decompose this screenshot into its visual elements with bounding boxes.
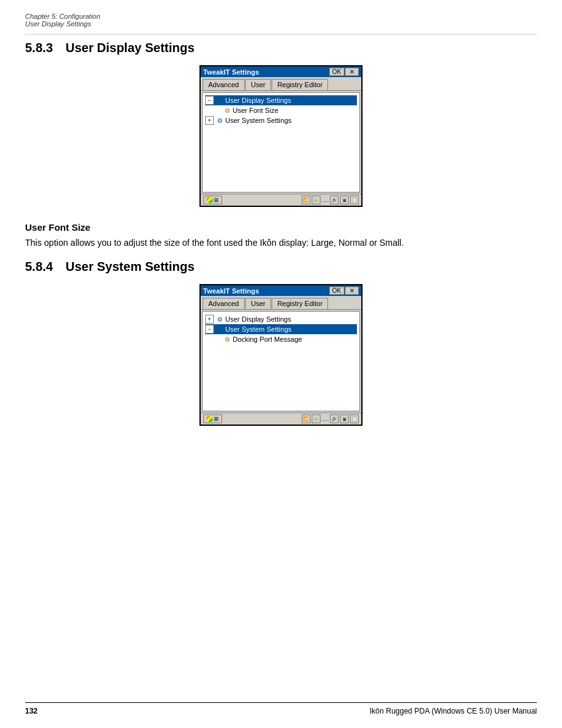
- dialog2-titlebar-buttons: OK ✕: [329, 287, 359, 295]
- systray-network-2: 📶: [302, 414, 310, 423]
- start-icon-2: [206, 416, 213, 422]
- dialog2-titlebar: TweakIT Settings OK ✕: [201, 285, 361, 296]
- dialog1-close-button[interactable]: ✕: [345, 68, 359, 76]
- systray-sync-1: 🖥: [340, 196, 349, 204]
- chapter-header: Chapter 5: Configuration User Display Se…: [25, 13, 537, 28]
- systray-battery-2: 🔋: [312, 414, 321, 423]
- tree-icon-font: ⚙: [223, 106, 231, 115]
- tree-icon-system: ⚙: [215, 116, 224, 125]
- footer-manual-title: Ikôn Rugged PDA (Windows CE 5.0) User Ma…: [369, 707, 537, 715]
- dialog2-tab-user[interactable]: User: [245, 298, 271, 309]
- tree-expander-display[interactable]: −: [205, 96, 214, 105]
- tree-label-display: User Display Settings: [225, 97, 291, 104]
- wince-dialog-2: TweakIT Settings OK ✕ Advanced User Regi…: [199, 284, 363, 426]
- systray-speaker-1: 🔊: [330, 196, 339, 204]
- tree-expander-system[interactable]: +: [205, 116, 214, 125]
- systray-extra-1: 📋: [350, 196, 359, 204]
- dialog1-tab-registry[interactable]: Registry Editor: [272, 79, 328, 90]
- systray-network-1: 📶: [302, 196, 310, 204]
- tree-icon-display: ⚙: [215, 96, 224, 105]
- systray-time-1: .....: [322, 198, 329, 203]
- tree-expander-2-system[interactable]: −: [205, 325, 214, 334]
- section-583-title: User Display Settings: [65, 41, 194, 55]
- tree-label-system: User System Settings: [225, 117, 292, 124]
- footer-page-number: 132: [25, 707, 38, 715]
- section-584-title: User System Settings: [65, 260, 194, 273]
- dialog1-titlebar: TweakIT Settings OK ✕: [201, 66, 361, 77]
- tree-item-user-display-settings[interactable]: − ⚙ User Display Settings: [205, 95, 357, 105]
- start-label-1: ⊞: [214, 197, 219, 203]
- tree-item-user-font-size[interactable]: ⚙ User Font Size: [205, 105, 357, 115]
- chapter-title: Chapter 5: Configuration: [25, 13, 537, 20]
- dialog1-title: TweakIT Settings: [203, 68, 259, 76]
- tree-item-2-user-system-settings[interactable]: − ⚙ User System Settings: [205, 324, 357, 334]
- dialog2-title: TweakIT Settings: [203, 287, 259, 295]
- systray-sync-2: 🖥: [340, 414, 349, 423]
- dialog2-tab-content: + ⚙ User Display Settings − ⚙ User Syste…: [202, 311, 360, 411]
- start-button-2[interactable]: ⊞: [203, 414, 222, 423]
- tree-item-user-system-settings[interactable]: + ⚙ User System Settings: [205, 115, 357, 125]
- section-583-number: 5.8.3: [25, 41, 53, 55]
- tree-icon-2-docking: ⚙: [223, 335, 231, 344]
- dialog2-ok-button[interactable]: OK: [329, 287, 344, 295]
- dialog1-tab-content: − ⚙ User Display Settings ⚙ User Font Si…: [202, 92, 360, 193]
- start-label-2: ⊞: [214, 416, 219, 422]
- dialog2-tabs: Advanced User Registry Editor: [201, 296, 361, 310]
- dialog1-wrapper: TweakIT Settings OK ✕ Advanced User Regi…: [25, 65, 537, 207]
- tree-item-2-docking-port[interactable]: ⚙ Docking Port Message: [205, 334, 357, 344]
- tree-item-2-user-display-settings[interactable]: + ⚙ User Display Settings: [205, 314, 357, 324]
- section-title: User Display Settings: [25, 20, 537, 28]
- dialog1-ok-button[interactable]: OK: [329, 68, 344, 76]
- systray-2: 📶 🔋 ..... 🔊 🖥 📋: [302, 414, 359, 423]
- systray-battery-1: 🔋: [312, 196, 321, 204]
- dialog1-statusbar: ⊞ 📶 🔋 ..... 🔊 🖥 📋: [201, 194, 361, 206]
- dialog1-tab-user[interactable]: User: [245, 79, 271, 90]
- systray-1: 📶 🔋 ..... 🔊 🖥 📋: [302, 196, 359, 204]
- tree-label-2-display: User Display Settings: [225, 315, 291, 323]
- dialog2-wrapper: TweakIT Settings OK ✕ Advanced User Regi…: [25, 284, 537, 426]
- dialog2-tab-advanced[interactable]: Advanced: [203, 298, 245, 309]
- subsection-font-size-heading: User Font Size: [25, 222, 537, 233]
- subsection-font-size-body: This option allows you to adjust the siz…: [25, 236, 537, 250]
- tree-icon-2-display: ⚙: [215, 315, 224, 324]
- dialog1-titlebar-buttons: OK ✕: [329, 68, 359, 76]
- dialog2-tab-registry[interactable]: Registry Editor: [272, 298, 328, 309]
- tree-label-2-docking: Docking Port Message: [233, 335, 302, 343]
- section-584-heading: 5.8.4User System Settings: [25, 260, 537, 274]
- tree-expander-2-display[interactable]: +: [205, 315, 214, 324]
- dialog2-close-button[interactable]: ✕: [345, 287, 359, 295]
- wince-dialog-1: TweakIT Settings OK ✕ Advanced User Regi…: [199, 65, 363, 207]
- dialog2-statusbar: ⊞ 📶 🔋 ..... 🔊 🖥 📋: [201, 413, 361, 425]
- tree-label-font: User Font Size: [233, 107, 278, 114]
- start-button-1[interactable]: ⊞: [203, 196, 222, 204]
- section-584-number: 5.8.4: [25, 260, 53, 273]
- dialog1-tab-advanced[interactable]: Advanced: [203, 79, 245, 90]
- tree-label-2-system: User System Settings: [225, 325, 292, 333]
- start-icon-1: [206, 197, 213, 203]
- systray-extra-2: 📋: [350, 414, 359, 423]
- systray-time-2: .....: [322, 416, 329, 422]
- page-footer: 132 Ikôn Rugged PDA (Windows CE 5.0) Use…: [25, 702, 537, 715]
- tree-icon-2-system: ⚙: [215, 325, 224, 334]
- dialog1-tabs: Advanced User Registry Editor: [201, 77, 361, 91]
- systray-speaker-2: 🔊: [330, 414, 339, 423]
- section-583-heading: 5.8.3User Display Settings: [25, 41, 537, 55]
